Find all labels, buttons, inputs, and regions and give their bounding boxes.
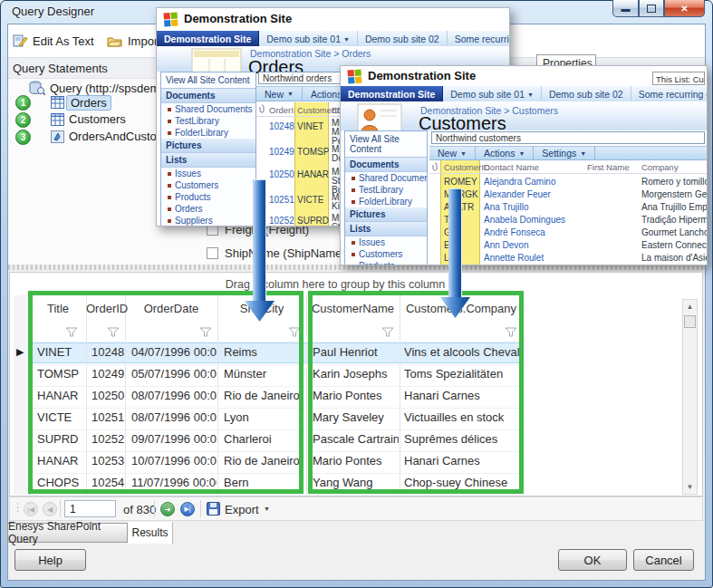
menu-new[interactable]: New▼ xyxy=(429,146,476,160)
statement-node-orders[interactable]: Orders xyxy=(66,95,111,111)
shipname-checkbox-label: ShipName (ShipName) xyxy=(225,246,346,260)
grid-header-divider xyxy=(429,173,708,174)
close-button[interactable]: ✕ xyxy=(664,0,705,17)
column-header-company[interactable]: Company xyxy=(641,162,679,172)
site-tab-subsite01[interactable]: Demo sub site 01▼ xyxy=(259,31,358,46)
contact-name-cell[interactable]: André Fonseca xyxy=(484,227,583,237)
group-by-bar[interactable]: Drag a column here to group by this colu… xyxy=(204,278,467,291)
attach-icon xyxy=(258,104,265,114)
nav-item[interactable]: FolderLibrary xyxy=(345,196,427,207)
edit-icon xyxy=(13,34,27,48)
contact-name-cell[interactable]: Ana Trujillo xyxy=(484,202,583,212)
order-id-cell[interactable]: 10248 xyxy=(269,121,294,131)
nav-item[interactable]: Orders xyxy=(161,203,255,215)
edit-as-text-button[interactable]: Edit As Text xyxy=(13,30,94,52)
site-tab-recurring[interactable]: Some recurring event xyxy=(631,86,708,101)
statement-node-customers[interactable]: Customers xyxy=(69,112,126,126)
nav-item[interactable]: Shared Documents xyxy=(345,172,427,184)
order-id-cell[interactable]: 10250 xyxy=(269,169,294,179)
next-page-button[interactable]: ➜ xyxy=(160,502,175,516)
statement-number-badge: 1 xyxy=(15,95,31,111)
statement-number-badge: 3 xyxy=(15,130,31,145)
company-cell: Morgenstern Gesundkost xyxy=(641,189,707,199)
view-all-site-content-link[interactable]: View All Site Content xyxy=(345,131,427,158)
last-page-icon: ▶| xyxy=(184,506,190,513)
contact-name-cell[interactable]: Annette Roulet xyxy=(484,253,583,263)
nav-header-documents[interactable]: Documents xyxy=(161,89,255,103)
vertical-scrollbar[interactable] xyxy=(682,299,698,495)
nav-header-pictures[interactable]: Pictures xyxy=(161,139,255,153)
customer-id-cell: VICTE xyxy=(297,195,323,205)
site-tab-demonstration[interactable]: Demonstration Site xyxy=(341,86,443,101)
list-search-input[interactable]: Northwind customers xyxy=(431,131,705,144)
menu-new[interactable]: New▼ xyxy=(256,87,303,101)
cancel-button[interactable]: Cancel xyxy=(633,549,694,571)
site-title: Demonstration Site xyxy=(368,69,476,82)
scrollbar-thumb[interactable] xyxy=(684,315,696,328)
tab-results[interactable]: Results xyxy=(128,522,173,544)
column-header-firstname[interactable]: First Name xyxy=(587,162,629,172)
nav-item[interactable]: Issues xyxy=(161,168,255,179)
site-tab-subsite02[interactable]: Demo sub site 02 xyxy=(358,31,448,46)
previous-page-button[interactable]: ◀ xyxy=(43,502,57,516)
export-button[interactable]: Export xyxy=(225,503,259,516)
site-tab-subsite01[interactable]: Demo sub site 01▼ xyxy=(443,86,542,101)
bullet-icon xyxy=(168,108,171,111)
export-dropdown-icon[interactable]: ▼ xyxy=(264,506,270,512)
contact-name-cell[interactable]: Anabela Domingues xyxy=(484,215,583,225)
nav-item[interactable]: Shared Documents xyxy=(161,103,255,115)
nav-item[interactable]: Issues xyxy=(345,236,427,248)
chevron-down-icon: ▼ xyxy=(460,150,467,157)
first-page-icon: |◀ xyxy=(27,506,34,514)
bullet-icon xyxy=(352,200,355,204)
nav-item[interactable]: Products xyxy=(161,191,255,203)
shipname-checkbox[interactable] xyxy=(207,247,218,259)
site-tab-demonstration[interactable]: Demonstration Site xyxy=(157,31,259,46)
contact-name-cell[interactable]: Ann Devon xyxy=(484,240,583,250)
orders-columns-highlight-box xyxy=(28,291,304,494)
customer-id-cell: ROMEY xyxy=(444,177,477,187)
bullet-icon xyxy=(352,241,355,245)
this-list-scope-box[interactable]: This List: Cu xyxy=(652,72,705,85)
column-header-contact[interactable]: Contact Name xyxy=(484,162,539,172)
order-id-cell[interactable]: 10252 xyxy=(269,216,294,226)
contact-name-cell[interactable]: Alejandra Camino xyxy=(484,177,583,187)
ok-button[interactable]: OK xyxy=(558,549,627,571)
bullet-icon xyxy=(168,184,171,188)
nav-item[interactable]: Suppliers xyxy=(161,215,255,227)
last-page-button[interactable]: ▶| xyxy=(180,502,195,516)
nav-header-lists[interactable]: Lists xyxy=(161,153,255,168)
nav-header-documents[interactable]: Documents xyxy=(345,158,427,172)
menu-actions[interactable]: Actions▼ xyxy=(476,146,534,160)
scroll-down-icon[interactable]: ▼ xyxy=(683,480,697,494)
nav-item[interactable]: Products xyxy=(345,260,427,265)
menu-settings[interactable]: Settings▼ xyxy=(534,146,595,160)
tab-enesys-sharepoint-query[interactable]: Enesys SharePoint Query xyxy=(7,523,128,543)
first-page-button[interactable]: |◀ xyxy=(24,502,38,516)
nav-item[interactable]: Customers xyxy=(161,179,255,191)
nav-item[interactable]: Customers xyxy=(345,248,427,260)
bullet-icon xyxy=(168,219,171,223)
nav-item[interactable]: TestLibrary xyxy=(345,184,427,196)
view-all-site-content-link[interactable]: View All Site Content xyxy=(161,72,255,89)
chevron-down-icon: ▼ xyxy=(343,36,350,43)
nav-header-lists[interactable]: Lists xyxy=(345,222,427,236)
company-cell: Tradição Hipermercados xyxy=(641,215,707,225)
nav-header-pictures[interactable]: Pictures xyxy=(345,207,427,222)
help-button[interactable]: Help xyxy=(14,549,86,571)
nav-item[interactable]: TestLibrary xyxy=(161,115,255,127)
scroll-up-icon[interactable]: ▲ xyxy=(683,300,697,313)
bullet-icon xyxy=(168,207,171,211)
order-id-cell[interactable]: 10249 xyxy=(269,147,294,157)
order-id-cell[interactable]: 10251 xyxy=(269,195,294,205)
contact-name-cell[interactable]: Alexander Feuer xyxy=(484,189,583,199)
site-tab-recurring[interactable]: Some recurring event xyxy=(448,31,510,46)
query-designer-window: Query Designer ▬ ✕ Edit As Text Import..… xyxy=(0,0,713,588)
site-tab-subsite02[interactable]: Demo sub site 02 xyxy=(542,86,631,101)
page-number-input[interactable]: 1 xyxy=(64,500,116,517)
minimize-button[interactable]: ▬ xyxy=(612,0,639,17)
previous-page-icon: ◀ xyxy=(47,506,53,514)
maximize-button[interactable] xyxy=(639,0,664,17)
nav-item[interactable]: FolderLibrary xyxy=(161,127,255,139)
pager-separator xyxy=(200,500,201,517)
